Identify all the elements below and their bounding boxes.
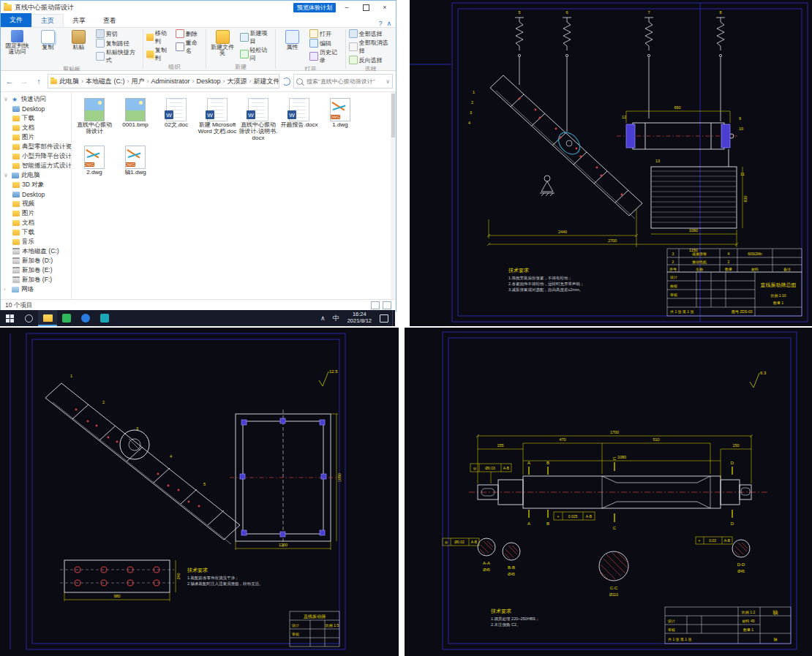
new-folder-button[interactable]: 新建文件夹: [208, 29, 237, 58]
taskbar-app-teal[interactable]: [95, 310, 114, 326]
file-item[interactable]: DWG 2.dwg: [75, 144, 114, 178]
svg-text:审核: 审核: [668, 627, 675, 632]
ribbon-collapse-icon[interactable]: ∧: [386, 20, 391, 27]
select-none-button[interactable]: 全部取消选择: [348, 39, 394, 55]
breadcrumb-segment[interactable]: Administrator: [151, 78, 191, 85]
nav-item-desktop[interactable]: Desktop: [1, 189, 71, 199]
properties-button[interactable]: 属性: [278, 29, 307, 51]
nav-item-downloads[interactable]: 下载: [1, 113, 71, 123]
maximize-button[interactable]: [358, 1, 374, 13]
breadcrumb-segment[interactable]: 本地磁盘 (C:): [85, 77, 126, 86]
nav-item-desktop[interactable]: Desktop: [1, 104, 71, 113]
taskbar-app-browser[interactable]: [76, 310, 95, 326]
nav-item-volume-e[interactable]: 新加卷 (E:): [1, 265, 71, 275]
copy-path-button[interactable]: 复制路径: [95, 39, 140, 48]
tab-home[interactable]: 主页: [31, 14, 64, 27]
pin-to-quick-access-button[interactable]: 固定到快速访问: [3, 29, 31, 56]
show-desktop-button[interactable]: [392, 310, 395, 326]
nav-item-volume-f[interactable]: 新加卷 (F:): [1, 275, 71, 284]
file-item[interactable]: DWG 1.dwg: [320, 97, 360, 143]
paste-shortcut-button[interactable]: 粘贴快捷方式: [95, 48, 140, 64]
file-item[interactable]: 0001.bmp: [116, 97, 155, 143]
svg-text:Ø45: Ø45: [508, 572, 515, 576]
breadcrumb-segment[interactable]: 大漠源: [227, 77, 248, 86]
file-item[interactable]: W 直线中心振动筛设计-说明书.docx: [238, 97, 278, 143]
search-input[interactable]: [305, 78, 383, 86]
history-button[interactable]: 历史记录: [309, 48, 343, 64]
help-icon[interactable]: ?: [378, 20, 382, 27]
word-file-icon: W: [248, 98, 268, 121]
invert-selection-button[interactable]: 反向选择: [348, 56, 394, 64]
nav-item-videos[interactable]: 视频: [1, 199, 71, 208]
copy-to-button[interactable]: 复制到: [146, 46, 173, 62]
breadcrumb-segment[interactable]: 此电脑: [59, 77, 80, 86]
dimensions: [64, 414, 338, 601]
thumbnail-view-icon[interactable]: [383, 301, 391, 309]
new-item-button[interactable]: 新建项目: [239, 29, 274, 45]
svg-text:审核: 审核: [292, 632, 299, 636]
nav-item-folder[interactable]: 典型零部件设计资料参考: [1, 142, 71, 151]
paste-button[interactable]: 粘贴: [64, 29, 93, 51]
easy-access-button[interactable]: 轻松访问: [239, 46, 274, 62]
select-all-button[interactable]: 全部选择: [348, 29, 394, 38]
breadcrumb-segment[interactable]: Desktop: [196, 78, 222, 85]
rename-button[interactable]: 重命名: [175, 39, 203, 55]
back-button[interactable]: ←: [4, 75, 15, 87]
taskbar-file-explorer[interactable]: [38, 310, 57, 326]
search-dropdown-icon[interactable]: ∨: [386, 78, 390, 85]
file-item[interactable]: DWG 轴1.dwg: [116, 144, 155, 178]
search-button[interactable]: [19, 310, 38, 326]
copy-button[interactable]: 复制: [34, 29, 62, 51]
nav-item-music[interactable]: 音乐: [1, 237, 71, 246]
nav-item-documents[interactable]: 文档: [1, 218, 71, 227]
scrollbar[interactable]: [391, 92, 396, 299]
minimize-button[interactable]: –: [339, 1, 355, 13]
nav-item-volume-d[interactable]: 新加卷 (D:): [1, 256, 71, 265]
nav-item-pictures[interactable]: 图片: [1, 208, 71, 218]
nav-this-pc[interactable]: ∨ 此电脑: [1, 170, 71, 180]
tab-share[interactable]: 共享: [64, 15, 94, 27]
move-to-button[interactable]: 移动到: [146, 29, 173, 45]
desktop-icon: [12, 192, 20, 197]
nav-item-local-disk-c[interactable]: 本地磁盘 (C:): [1, 246, 71, 256]
dim-mid2: 510: [653, 437, 659, 442]
input-language-indicator[interactable]: 中: [329, 310, 343, 326]
breadcrumb-segment[interactable]: 用户: [131, 77, 146, 86]
support-mount: [540, 176, 555, 196]
file-item[interactable]: W 开题报告.docx: [279, 97, 319, 143]
nav-item-pictures[interactable]: 图片: [1, 132, 71, 142]
tray-expand-icon[interactable]: ∧: [317, 310, 329, 326]
file-item[interactable]: 直线中心振动筛设计: [75, 97, 114, 143]
nav-item-downloads[interactable]: 下载: [1, 227, 71, 237]
notification-center-button[interactable]: [376, 310, 392, 326]
tab-file[interactable]: 文件: [1, 13, 31, 27]
file-item[interactable]: W 02文.doc: [157, 97, 196, 143]
nav-quick-access[interactable]: ∨★ 快速访问: [1, 94, 71, 104]
close-button[interactable]: ×: [377, 1, 393, 13]
forward-button[interactable]: →: [18, 75, 30, 87]
nav-item-folder[interactable]: 智能搬运方式设计资料: [1, 161, 71, 170]
section-view-cc: C-C Ø110: [599, 551, 628, 597]
nav-item-3d-objects[interactable]: 3D 对象: [1, 180, 71, 189]
svg-text:C: C: [613, 456, 617, 461]
edit-button[interactable]: 编辑: [309, 39, 343, 48]
delete-button[interactable]: 删除: [175, 29, 203, 38]
start-button[interactable]: [0, 310, 19, 326]
breadcrumb-segment[interactable]: 新建文件夹: [253, 77, 279, 86]
nav-item-documents[interactable]: 文档: [1, 123, 71, 132]
list-view-icon[interactable]: [371, 301, 380, 309]
taskbar-clock[interactable]: 16:24 2021/8/12: [343, 312, 376, 324]
image-file-icon: [125, 98, 146, 121]
nav-network[interactable]: › 网络: [1, 284, 71, 294]
open-button[interactable]: 打开: [309, 29, 343, 38]
cut-button[interactable]: 剪切: [95, 29, 140, 38]
taskbar-app-green[interactable]: [57, 310, 76, 326]
refresh-icon[interactable]: [282, 78, 290, 86]
ribbon-group-open: 属性 打开 编辑 历史记录 打开: [276, 28, 345, 70]
svg-text:校核: 校核: [669, 284, 677, 288]
tab-view[interactable]: 查看: [94, 15, 125, 27]
svg-text:C: C: [613, 526, 617, 530]
up-button[interactable]: ↑: [33, 75, 45, 87]
nav-item-folder[interactable]: 小型升降平台设计资料: [1, 151, 71, 161]
file-item[interactable]: W 新建 Microsoft Word 文档.doc: [198, 97, 237, 143]
